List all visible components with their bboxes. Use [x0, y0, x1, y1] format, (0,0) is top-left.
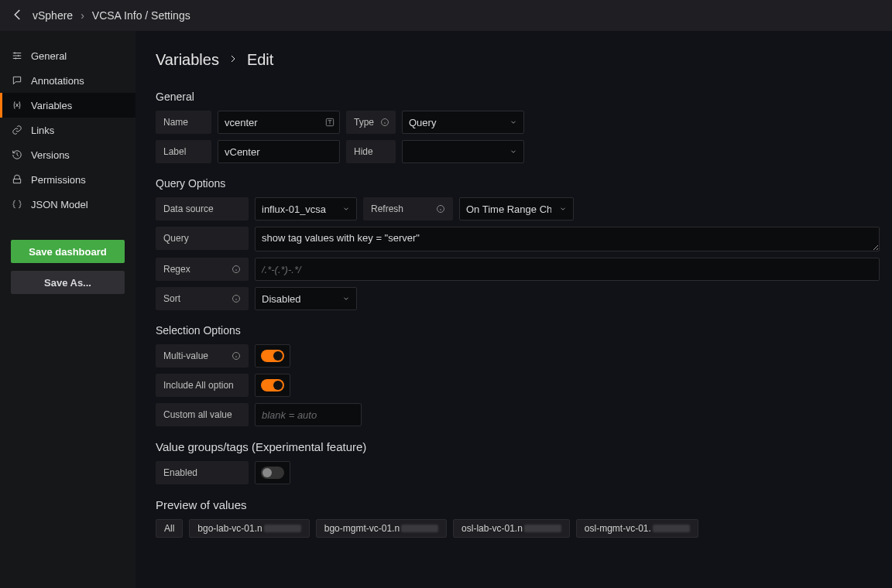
sidebar-item-label: JSON Model [31, 199, 88, 210]
select-type[interactable]: Query [402, 111, 524, 134]
sidebar-item-links[interactable]: Links [0, 118, 136, 142]
select-refresh[interactable]: On Time Range Chan [459, 197, 574, 220]
input-custom-all[interactable] [255, 403, 362, 426]
comment-icon [11, 74, 23, 87]
redacted-text [524, 525, 561, 532]
label-refresh: Refresh [363, 197, 453, 220]
toggle-enabled[interactable] [255, 461, 290, 484]
label-custom-all: Custom all value [156, 403, 249, 426]
select-datasource[interactable]: influx-01_vcsa [255, 197, 357, 220]
sidebar-item-versions[interactable]: Versions [0, 142, 136, 167]
label-regex: Regex [156, 258, 249, 281]
info-icon [232, 265, 241, 274]
main-content: Variables Edit General Name Type Query L… [136, 31, 892, 588]
redacted-text [653, 525, 690, 532]
title-variables[interactable]: Variables [156, 51, 219, 69]
toggle-include-all[interactable] [255, 374, 290, 397]
chevron-down-icon [342, 203, 350, 215]
save-dashboard-button[interactable]: Save dashboard [11, 240, 125, 263]
select-hide[interactable] [402, 140, 524, 163]
back-icon[interactable] [11, 8, 25, 24]
info-icon [436, 204, 445, 214]
section-selection-options: Selection Options [156, 324, 880, 337]
label-hide: Hide [346, 140, 396, 163]
sliders-icon [11, 50, 23, 62]
input-query[interactable]: show tag values with key = "server" [255, 227, 880, 251]
section-query-options: Query Options [156, 177, 880, 190]
breadcrumb-root[interactable]: vSphere [33, 9, 73, 22]
chevron-down-icon [509, 146, 517, 158]
preview-chip[interactable]: bgo-mgmt-vc-01.n [316, 519, 447, 538]
preview-chip[interactable]: osl-lab-vc-01.n [453, 519, 570, 538]
info-icon [380, 118, 389, 127]
label-include-all: Include All option [156, 374, 249, 397]
input-regex[interactable] [255, 258, 880, 281]
section-general: General [156, 91, 880, 103]
input-name[interactable] [218, 111, 340, 134]
label-enabled: Enabled [156, 461, 249, 484]
sidebar-item-json-model[interactable]: JSON Model [0, 192, 136, 217]
redacted-text [401, 525, 438, 532]
preview-chip[interactable]: All [156, 519, 183, 538]
label-datasource: Data source [156, 197, 249, 220]
chevron-down-icon [559, 203, 567, 215]
sidebar-item-label: Variables [31, 100, 72, 111]
lock-icon [11, 173, 23, 186]
sidebar-item-general[interactable]: General [0, 43, 136, 68]
save-as-button[interactable]: Save As... [11, 271, 125, 294]
breadcrumb-sep-icon: › [81, 9, 84, 22]
preview-chips: All bgo-lab-vc-01.n bgo-mgmt-vc-01.n osl… [156, 519, 880, 538]
toggle-multi-value[interactable] [255, 344, 290, 368]
preview-chip[interactable]: osl-mgmt-vc-01. [576, 519, 698, 538]
sidebar-item-variables[interactable]: Variables [0, 93, 136, 118]
sidebar-item-label: General [31, 50, 67, 62]
input-label[interactable] [218, 140, 340, 163]
section-value-groups: Value groups/tags (Experimental feature) [156, 440, 880, 453]
section-preview: Preview of values [156, 498, 880, 511]
sidebar-item-label: Annotations [31, 75, 84, 87]
link-icon [11, 124, 23, 136]
title-edit: Edit [247, 51, 273, 69]
sidebar-item-label: Permissions [31, 174, 86, 186]
preview-chip[interactable]: bgo-lab-vc-01.n [189, 519, 309, 538]
sidebar-item-permissions[interactable]: Permissions [0, 167, 136, 192]
template-icon [324, 117, 335, 128]
sidebar: General Annotations Variables Links Vers… [0, 31, 136, 588]
info-icon [232, 351, 241, 361]
chevron-down-icon [342, 293, 350, 305]
braces-icon [11, 198, 23, 210]
label-label: Label [156, 140, 211, 163]
label-sort: Sort [156, 287, 249, 310]
label-name: Name [156, 111, 211, 134]
redacted-text [264, 525, 301, 532]
sidebar-item-label: Links [31, 125, 54, 136]
chevron-right-icon [228, 54, 238, 66]
sidebar-item-label: Versions [31, 149, 70, 161]
select-sort[interactable]: Disabled [255, 287, 357, 310]
info-icon [232, 294, 241, 303]
variables-icon [11, 99, 23, 111]
topbar: vSphere › VCSA Info / Settings [0, 0, 892, 31]
chevron-down-icon [509, 117, 517, 128]
breadcrumb-page: VCSA Info / Settings [92, 9, 190, 22]
page-title: Variables Edit [156, 51, 880, 69]
history-icon [11, 149, 23, 161]
label-query: Query [156, 227, 249, 250]
label-multi-value: Multi-value [156, 344, 249, 368]
label-type: Type [346, 111, 396, 134]
sidebar-item-annotations[interactable]: Annotations [0, 68, 136, 93]
